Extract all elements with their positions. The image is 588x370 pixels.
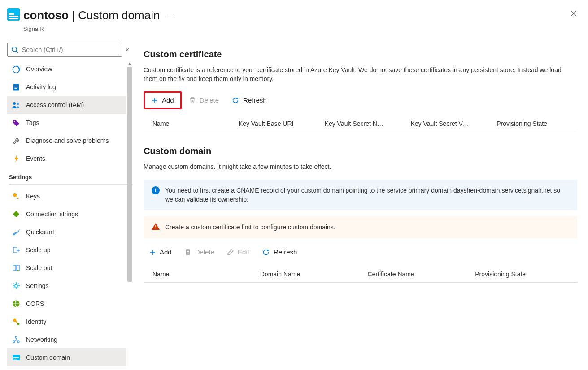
blade-header: contoso | Custom domain SignalR ··· [0,0,588,37]
sidebar-item-diagnose[interactable]: Diagnose and solve problems [7,132,126,150]
sidebar-item-label: Keys [26,192,122,201]
plus-icon [151,97,158,104]
button-label: Refresh [274,247,297,257]
button-label: Add [160,247,172,257]
svg-point-0 [12,47,17,52]
domain-toolbar: Add Delete Edit Refresh [144,245,577,260]
page-title: contoso | Custom domain [23,7,160,24]
sidebar-item-label: CORS [26,299,122,308]
domain-table: Name Domain Name Certificate Name Provis… [144,266,577,283]
sidebar-item-overview[interactable]: Overview [7,60,126,78]
trash-icon [184,249,192,256]
cert-toolbar: Add Delete Refresh [144,91,577,109]
cert-section-description: Custom certificate is a reference to you… [144,65,574,84]
sidebar-item-label: Quickstart [26,228,122,237]
domain-table-header: Name Domain Name Certificate Name Provis… [144,266,577,283]
svg-point-9 [13,193,17,197]
more-actions-button[interactable]: ··· [166,12,174,22]
sidebar-item-settings[interactable]: Settings [7,277,126,295]
sidebar-item-events[interactable]: Events [7,150,126,168]
column-header[interactable]: Domain Name [255,270,362,279]
svg-rect-13 [17,265,19,271]
info-message: You need to first create a CNAME record … [165,186,569,204]
key-icon [12,192,21,201]
cors-icon [12,299,21,308]
sidebar-search[interactable] [7,43,122,57]
sidebar-item-custom-domain[interactable]: Custom domain [7,348,126,366]
domain-section-title: Custom domain [144,145,577,158]
svg-point-6 [13,102,16,105]
sidebar-item-scale-up[interactable]: Scale up [7,241,126,259]
sidebar-item-activity-log[interactable]: Activity log [7,78,126,96]
sidebar-item-label: Identity [26,317,122,326]
sidebar-item-label: Overview [26,65,122,73]
sidebar-item-tags[interactable]: Tags [7,114,126,132]
networking-icon [12,335,21,344]
column-header[interactable]: Key Vault Secret N… [319,119,405,128]
domain-edit-button: Edit [222,245,255,260]
svg-rect-10 [13,211,19,217]
plus-icon [149,249,156,256]
sidebar-item-quickstart[interactable]: Quickstart [7,223,126,241]
collapse-sidebar-button[interactable]: « [122,45,133,54]
sidebar: « ▲ Overview Activity log Access c [0,37,133,370]
activity-log-icon [12,83,21,92]
quickstart-icon [12,228,21,237]
sidebar-nav: ▲ Overview Activity log Access control (… [7,60,133,367]
warning-icon [152,223,160,230]
refresh-icon [231,96,240,104]
tags-icon [12,119,21,128]
info-banner: i You need to first create a CNAME recor… [144,180,577,211]
domain-add-button[interactable]: Add [144,245,177,260]
sidebar-item-label: Activity log [26,82,122,91]
close-button[interactable] [566,6,581,21]
search-input[interactable] [21,46,118,54]
warning-banner: Create a custom certificate first to con… [144,216,577,238]
sidebar-item-label: Access control (IAM) [26,100,122,109]
sidebar-item-label: Scale up [26,245,122,254]
refresh-icon [262,248,270,256]
column-header[interactable]: Provisioning State [470,270,577,279]
sidebar-item-keys[interactable]: Keys [7,187,126,205]
svg-point-18 [15,336,17,338]
pencil-icon [227,249,234,256]
domain-refresh-button[interactable]: Refresh [257,245,303,260]
sidebar-item-scale-out[interactable]: Scale out [7,259,126,277]
sidebar-item-cors[interactable]: CORS [7,295,126,313]
page-name: Custom domain [78,9,160,22]
column-header[interactable]: Provisioning State [491,119,577,128]
column-header[interactable]: Key Vault Base URI [233,119,319,128]
cert-add-button[interactable]: Add [144,91,182,109]
column-header[interactable]: Key Vault Secret V… [405,119,491,128]
sidebar-item-label: Custom domain [26,353,122,362]
access-control-icon [12,101,21,110]
cert-table: Name Key Vault Base URI Key Vault Secret… [144,116,577,132]
wrench-icon [12,137,21,146]
gear-icon [12,281,21,290]
main-content: Custom certificate Custom certificate is… [133,37,588,370]
cert-refresh-button[interactable]: Refresh [226,93,272,108]
resource-name: contoso [23,9,69,22]
column-header[interactable]: Certificate Name [362,270,470,279]
sidebar-item-label: Scale out [26,263,122,272]
sidebar-item-networking[interactable]: Networking [7,331,126,348]
sidebar-item-connection-strings[interactable]: Connection strings [7,205,126,223]
warning-message: Create a custom certificate first to con… [165,223,335,232]
svg-rect-11 [13,247,17,253]
resource-type-label: SignalR [23,25,160,34]
svg-point-7 [17,103,19,105]
sidebar-item-access-control[interactable]: Access control (IAM) [7,96,126,114]
svg-point-14 [15,284,17,287]
button-label: Edit [238,247,249,257]
overview-icon [12,65,21,74]
column-header[interactable]: Name [144,270,255,279]
svg-rect-5 [15,88,17,89]
sidebar-item-label: Settings [26,281,122,290]
column-header[interactable]: Name [144,119,233,128]
button-label: Refresh [243,95,267,105]
sidebar-item-identity[interactable]: Identity [7,313,126,331]
sidebar-scrollbar[interactable]: ▲ [126,60,133,367]
button-label: Delete [200,95,219,105]
cert-table-header: Name Key Vault Base URI Key Vault Secret… [144,116,577,132]
events-icon [12,155,21,163]
